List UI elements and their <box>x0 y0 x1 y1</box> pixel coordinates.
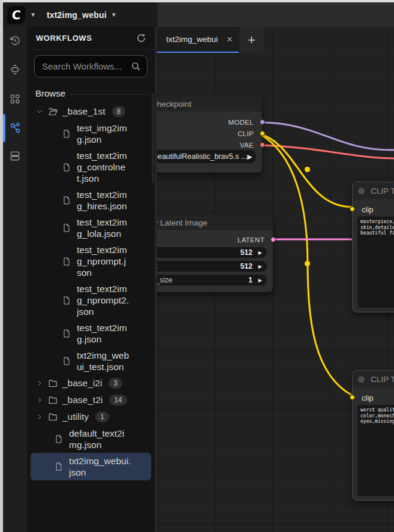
batch-size-widget[interactable]: ◀ batch_size 1 ▶ <box>157 275 267 285</box>
file-item-txt2img_webui_test.json[interactable]: txt2img_webui_test.json <box>31 347 151 375</box>
input-clip: clip <box>353 392 394 404</box>
output-latent-label: LATENT <box>237 236 264 244</box>
file-item-default_text2img.json[interactable]: default_text2img.json <box>31 425 151 453</box>
tab-close-icon[interactable]: × <box>227 34 233 44</box>
sidebar-item-queue[interactable] <box>3 144 27 168</box>
file-name: txt2img_webui.json <box>69 455 131 478</box>
folder-icon <box>48 395 58 405</box>
folder-item-_base_1st[interactable]: _base_1st8 <box>31 103 151 120</box>
search-icon <box>131 61 141 71</box>
comfyui-logo[interactable]: C <box>6 6 26 24</box>
file-icon <box>54 462 64 471</box>
folder-count-badge: 8 <box>112 106 126 117</box>
clip-port[interactable] <box>260 131 265 136</box>
ckpt-name-value: beautifulRealistic_brav5.s ... <box>157 152 247 161</box>
node-clip-text-encode-negative[interactable]: CLIP Text Encode clip worst quality colo… <box>352 370 394 501</box>
graph-canvas[interactable]: Load Checkpoint MODEL CLIP VAE beautiful… <box>157 27 394 532</box>
input-clip-label: clip <box>362 205 374 214</box>
file-item-test_text2img_nprompt.json[interactable]: test_text2img_nprompt.json <box>31 242 151 281</box>
queue-icon <box>9 150 21 162</box>
model-port[interactable] <box>260 119 265 125</box>
link-midpoint-dot <box>305 261 310 266</box>
output-model-label: MODEL <box>228 119 254 126</box>
folder-label: _base_1st <box>62 106 106 117</box>
browse-label: Browse <box>35 88 65 98</box>
height-widget[interactable]: ◀ height 512 ▶ <box>157 261 267 272</box>
file-icon <box>62 129 71 139</box>
logo-menu-chevron-down-icon[interactable]: ▼ <box>30 11 36 18</box>
clip-input-port[interactable] <box>350 395 355 400</box>
collapse-toggle[interactable] <box>358 188 365 194</box>
folder-item-_base_t2i[interactable]: _base_t2i14 <box>31 392 151 408</box>
prompt-text-widget[interactable]: masterpiece,b skin,detailed beautiful fa… <box>357 217 394 308</box>
folder-item-_utility[interactable]: _utility1 <box>31 408 151 425</box>
file-name: test_text2img_lola.json <box>77 217 130 239</box>
workflows-panel-header: WORKFLOWS <box>27 27 155 50</box>
file-name: txt2img_webui_test.json <box>77 350 130 372</box>
collapse-toggle[interactable] <box>358 376 365 383</box>
sidebar-item-model-library[interactable] <box>3 87 27 111</box>
latent-port[interactable] <box>270 237 276 242</box>
output-latent: LATENT <box>157 234 273 245</box>
sidebar-item-node-library[interactable] <box>3 58 27 82</box>
input-clip: clip <box>353 203 394 215</box>
input-clip-label: clip <box>362 393 374 402</box>
history-icon <box>9 35 21 47</box>
clip-input-port[interactable] <box>350 206 355 212</box>
folder-item-_base_i2i[interactable]: _base_i2i3 <box>31 375 151 392</box>
chevron-right-icon <box>35 379 44 387</box>
prompt-text-widget[interactable]: worst quality color,monochr eyes,missing <box>357 405 394 496</box>
file-icon <box>54 434 64 444</box>
refresh-icon[interactable] <box>136 33 146 43</box>
file-item-test_text2img.json[interactable]: test_text2img.json <box>31 320 151 347</box>
stepper-right-icon[interactable]: ▶ <box>258 278 262 283</box>
widget-value: 512 <box>240 248 252 257</box>
sidebar-item-workflows[interactable] <box>3 116 27 140</box>
node-load-checkpoint[interactable]: Load Checkpoint MODEL CLIP VAE beautiful… <box>157 96 262 173</box>
ckpt-name-widget[interactable]: beautifulRealistic_brav5.s ... ▶ <box>157 150 256 163</box>
node-library-icon <box>9 64 21 76</box>
tab-txt2img-webui[interactable]: txt2img_webui × <box>157 27 239 53</box>
node-empty-latent-image[interactable]: Empty Latent Image LATENT ◀ width 512 ▶ … <box>157 215 273 292</box>
folder-icon <box>48 378 58 389</box>
workflow-name-chevron-down-icon: ▼ <box>111 11 117 18</box>
node-clip-text-encode-positive[interactable]: CLIP Text Encode clip masterpiece,b skin… <box>352 182 394 312</box>
vae-port[interactable] <box>260 142 265 148</box>
stepper-right-icon[interactable]: ▶ <box>258 250 262 256</box>
widget-label: batch_size <box>157 276 173 284</box>
sidebar-item-history[interactable] <box>3 29 27 53</box>
workflow-name-dropdown[interactable]: txt2img_webui ▼ <box>47 10 117 20</box>
search-workflows-box[interactable] <box>34 55 148 77</box>
sidebar-scrollbar[interactable] <box>152 93 154 183</box>
widget-value: 1 <box>248 276 252 284</box>
folder-count-badge: 3 <box>109 378 122 389</box>
new-tab-button[interactable]: + <box>240 27 263 53</box>
search-input[interactable] <box>42 61 131 71</box>
file-item-txt2img_webui.json[interactable]: txt2img_webui.json <box>31 453 151 480</box>
output-vae: VAE <box>157 139 262 151</box>
stepper-right-icon[interactable]: ▶ <box>258 264 262 269</box>
folder-label: _base_i2i <box>62 378 102 389</box>
workflows-panel: WORKFLOWS Browse _base_1st8test_img2img.… <box>27 27 157 532</box>
folder-label: _utility <box>62 411 89 422</box>
file-item-test_img2img.json[interactable]: test_img2img.json <box>31 120 151 148</box>
file-name: test_text2img.json <box>77 322 130 345</box>
widget-label: height <box>157 262 158 270</box>
file-item-test_text2img_controlnet.json[interactable]: test_text2img_controlnet.json <box>31 148 151 187</box>
output-model: MODEL <box>157 116 262 128</box>
file-item-test_text2img_hires.json[interactable]: test_text2img_hires.json <box>31 187 151 214</box>
workflows-icon <box>9 122 22 134</box>
chevron-down-icon <box>35 107 44 116</box>
combo-arrow-right-icon[interactable]: ▶ <box>247 153 252 161</box>
file-item-test_text2img_nprompt2.json[interactable]: test_text2img_nprompt2.json <box>31 281 151 320</box>
window-frame-left <box>0 0 3 532</box>
file-icon <box>62 223 71 233</box>
file-icon <box>62 329 71 338</box>
file-icon <box>62 356 71 366</box>
output-clip: CLIP <box>157 128 262 139</box>
width-widget[interactable]: ◀ width 512 ▶ <box>157 247 267 258</box>
output-vae-label: VAE <box>240 142 254 149</box>
file-item-test_text2img_lola.json[interactable]: test_text2img_lola.json <box>31 214 151 242</box>
folder-count-badge: 1 <box>95 411 109 422</box>
tab-label: txt2img_webui <box>166 35 222 44</box>
